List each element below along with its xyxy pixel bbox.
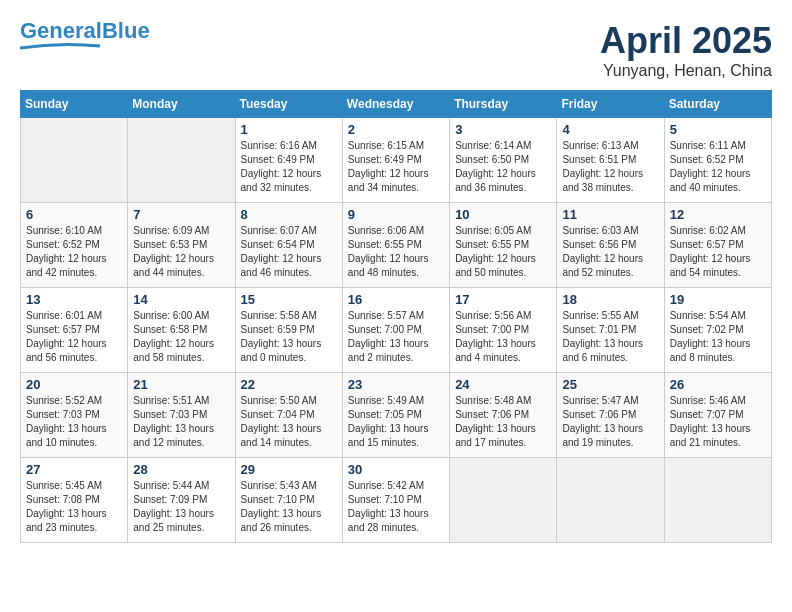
calendar-day-cell: 29Sunrise: 5:43 AM Sunset: 7:10 PM Dayli… <box>235 458 342 543</box>
day-info: Sunrise: 6:09 AM Sunset: 6:53 PM Dayligh… <box>133 224 229 280</box>
day-number: 6 <box>26 207 122 222</box>
day-info: Sunrise: 5:42 AM Sunset: 7:10 PM Dayligh… <box>348 479 444 535</box>
calendar-day-cell <box>450 458 557 543</box>
day-info: Sunrise: 5:52 AM Sunset: 7:03 PM Dayligh… <box>26 394 122 450</box>
title-block: April 2025 Yunyang, Henan, China <box>600 20 772 80</box>
calendar-day-cell: 11Sunrise: 6:03 AM Sunset: 6:56 PM Dayli… <box>557 203 664 288</box>
day-number: 17 <box>455 292 551 307</box>
day-number: 28 <box>133 462 229 477</box>
day-info: Sunrise: 6:16 AM Sunset: 6:49 PM Dayligh… <box>241 139 337 195</box>
calendar-day-cell <box>128 118 235 203</box>
day-number: 4 <box>562 122 658 137</box>
calendar-day-cell <box>557 458 664 543</box>
day-info: Sunrise: 5:47 AM Sunset: 7:06 PM Dayligh… <box>562 394 658 450</box>
day-number: 10 <box>455 207 551 222</box>
calendar-week-row: 13Sunrise: 6:01 AM Sunset: 6:57 PM Dayli… <box>21 288 772 373</box>
day-number: 30 <box>348 462 444 477</box>
weekday-header: Monday <box>128 91 235 118</box>
day-number: 3 <box>455 122 551 137</box>
day-info: Sunrise: 5:48 AM Sunset: 7:06 PM Dayligh… <box>455 394 551 450</box>
day-number: 15 <box>241 292 337 307</box>
day-info: Sunrise: 5:54 AM Sunset: 7:02 PM Dayligh… <box>670 309 766 365</box>
day-info: Sunrise: 5:56 AM Sunset: 7:00 PM Dayligh… <box>455 309 551 365</box>
day-number: 25 <box>562 377 658 392</box>
day-number: 19 <box>670 292 766 307</box>
day-info: Sunrise: 6:05 AM Sunset: 6:55 PM Dayligh… <box>455 224 551 280</box>
weekday-header: Sunday <box>21 91 128 118</box>
calendar-day-cell: 28Sunrise: 5:44 AM Sunset: 7:09 PM Dayli… <box>128 458 235 543</box>
day-info: Sunrise: 5:51 AM Sunset: 7:03 PM Dayligh… <box>133 394 229 450</box>
calendar-day-cell: 20Sunrise: 5:52 AM Sunset: 7:03 PM Dayli… <box>21 373 128 458</box>
day-info: Sunrise: 6:10 AM Sunset: 6:52 PM Dayligh… <box>26 224 122 280</box>
weekday-header-row: SundayMondayTuesdayWednesdayThursdayFrid… <box>21 91 772 118</box>
calendar-day-cell: 4Sunrise: 6:13 AM Sunset: 6:51 PM Daylig… <box>557 118 664 203</box>
calendar-day-cell: 3Sunrise: 6:14 AM Sunset: 6:50 PM Daylig… <box>450 118 557 203</box>
day-number: 12 <box>670 207 766 222</box>
calendar-day-cell: 12Sunrise: 6:02 AM Sunset: 6:57 PM Dayli… <box>664 203 771 288</box>
weekday-header: Tuesday <box>235 91 342 118</box>
day-number: 13 <box>26 292 122 307</box>
weekday-header: Wednesday <box>342 91 449 118</box>
day-number: 26 <box>670 377 766 392</box>
calendar-day-cell: 14Sunrise: 6:00 AM Sunset: 6:58 PM Dayli… <box>128 288 235 373</box>
day-info: Sunrise: 6:07 AM Sunset: 6:54 PM Dayligh… <box>241 224 337 280</box>
day-info: Sunrise: 6:13 AM Sunset: 6:51 PM Dayligh… <box>562 139 658 195</box>
day-number: 16 <box>348 292 444 307</box>
day-info: Sunrise: 6:14 AM Sunset: 6:50 PM Dayligh… <box>455 139 551 195</box>
calendar-day-cell: 13Sunrise: 6:01 AM Sunset: 6:57 PM Dayli… <box>21 288 128 373</box>
day-number: 24 <box>455 377 551 392</box>
day-number: 14 <box>133 292 229 307</box>
day-number: 11 <box>562 207 658 222</box>
calendar-day-cell: 26Sunrise: 5:46 AM Sunset: 7:07 PM Dayli… <box>664 373 771 458</box>
day-info: Sunrise: 6:03 AM Sunset: 6:56 PM Dayligh… <box>562 224 658 280</box>
day-info: Sunrise: 6:06 AM Sunset: 6:55 PM Dayligh… <box>348 224 444 280</box>
day-number: 21 <box>133 377 229 392</box>
day-info: Sunrise: 5:50 AM Sunset: 7:04 PM Dayligh… <box>241 394 337 450</box>
calendar-title: April 2025 <box>600 20 772 62</box>
calendar-day-cell: 9Sunrise: 6:06 AM Sunset: 6:55 PM Daylig… <box>342 203 449 288</box>
day-info: Sunrise: 6:02 AM Sunset: 6:57 PM Dayligh… <box>670 224 766 280</box>
calendar-day-cell: 24Sunrise: 5:48 AM Sunset: 7:06 PM Dayli… <box>450 373 557 458</box>
calendar-week-row: 1Sunrise: 6:16 AM Sunset: 6:49 PM Daylig… <box>21 118 772 203</box>
calendar-week-row: 27Sunrise: 5:45 AM Sunset: 7:08 PM Dayli… <box>21 458 772 543</box>
day-number: 23 <box>348 377 444 392</box>
day-number: 5 <box>670 122 766 137</box>
weekday-header: Thursday <box>450 91 557 118</box>
day-number: 2 <box>348 122 444 137</box>
calendar-day-cell <box>21 118 128 203</box>
day-number: 27 <box>26 462 122 477</box>
calendar-subtitle: Yunyang, Henan, China <box>600 62 772 80</box>
logo: GeneralBlue <box>20 20 150 50</box>
day-info: Sunrise: 5:55 AM Sunset: 7:01 PM Dayligh… <box>562 309 658 365</box>
day-number: 7 <box>133 207 229 222</box>
day-number: 22 <box>241 377 337 392</box>
day-info: Sunrise: 6:11 AM Sunset: 6:52 PM Dayligh… <box>670 139 766 195</box>
day-info: Sunrise: 5:58 AM Sunset: 6:59 PM Dayligh… <box>241 309 337 365</box>
day-number: 20 <box>26 377 122 392</box>
calendar-day-cell: 25Sunrise: 5:47 AM Sunset: 7:06 PM Dayli… <box>557 373 664 458</box>
calendar-table: SundayMondayTuesdayWednesdayThursdayFrid… <box>20 90 772 543</box>
calendar-day-cell: 6Sunrise: 6:10 AM Sunset: 6:52 PM Daylig… <box>21 203 128 288</box>
day-info: Sunrise: 6:15 AM Sunset: 6:49 PM Dayligh… <box>348 139 444 195</box>
calendar-day-cell: 22Sunrise: 5:50 AM Sunset: 7:04 PM Dayli… <box>235 373 342 458</box>
calendar-day-cell <box>664 458 771 543</box>
calendar-day-cell: 23Sunrise: 5:49 AM Sunset: 7:05 PM Dayli… <box>342 373 449 458</box>
day-info: Sunrise: 5:44 AM Sunset: 7:09 PM Dayligh… <box>133 479 229 535</box>
calendar-day-cell: 2Sunrise: 6:15 AM Sunset: 6:49 PM Daylig… <box>342 118 449 203</box>
day-number: 18 <box>562 292 658 307</box>
day-info: Sunrise: 5:57 AM Sunset: 7:00 PM Dayligh… <box>348 309 444 365</box>
calendar-day-cell: 18Sunrise: 5:55 AM Sunset: 7:01 PM Dayli… <box>557 288 664 373</box>
calendar-day-cell: 27Sunrise: 5:45 AM Sunset: 7:08 PM Dayli… <box>21 458 128 543</box>
calendar-day-cell: 8Sunrise: 6:07 AM Sunset: 6:54 PM Daylig… <box>235 203 342 288</box>
day-info: Sunrise: 5:45 AM Sunset: 7:08 PM Dayligh… <box>26 479 122 535</box>
logo-general: General <box>20 18 102 43</box>
weekday-header: Friday <box>557 91 664 118</box>
day-info: Sunrise: 5:49 AM Sunset: 7:05 PM Dayligh… <box>348 394 444 450</box>
day-number: 8 <box>241 207 337 222</box>
day-number: 9 <box>348 207 444 222</box>
weekday-header: Saturday <box>664 91 771 118</box>
calendar-day-cell: 7Sunrise: 6:09 AM Sunset: 6:53 PM Daylig… <box>128 203 235 288</box>
calendar-day-cell: 5Sunrise: 6:11 AM Sunset: 6:52 PM Daylig… <box>664 118 771 203</box>
calendar-day-cell: 15Sunrise: 5:58 AM Sunset: 6:59 PM Dayli… <box>235 288 342 373</box>
day-info: Sunrise: 6:00 AM Sunset: 6:58 PM Dayligh… <box>133 309 229 365</box>
